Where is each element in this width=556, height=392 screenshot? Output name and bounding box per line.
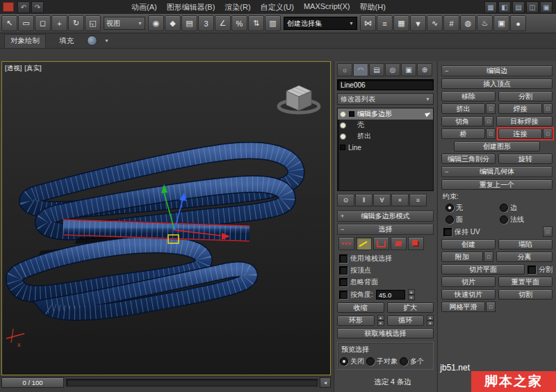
collapse-button[interactable]: 塌陷 <box>498 239 553 250</box>
rendered-frame-icon[interactable]: ▣ <box>493 15 509 31</box>
align-icon[interactable]: ≡ <box>377 15 393 31</box>
preserve-uv-settings-icon[interactable]: □ <box>543 227 553 237</box>
create-shape-button[interactable]: 创建图形 <box>454 141 540 152</box>
display-tab-icon[interactable]: ▣ <box>401 63 416 76</box>
viewport-canvas[interactable]: x <box>2 62 330 375</box>
viewport-pov-label[interactable]: [透视] <box>5 64 22 73</box>
turn-button[interactable]: 旋转 <box>498 154 553 164</box>
use-pivot-center-icon[interactable]: ◉ <box>148 15 164 31</box>
slice-button[interactable]: 切片 <box>441 277 496 287</box>
extrude-button[interactable]: 挤出 <box>441 104 485 114</box>
loop-button[interactable]: 循环 <box>387 316 425 326</box>
element-subobject-icon[interactable] <box>408 237 424 250</box>
modify-tab-icon[interactable]: ◠ <box>353 63 368 76</box>
stack-item-shell[interactable]: 壳 <box>338 120 433 131</box>
schematic-view-icon[interactable]: # <box>443 15 459 31</box>
modifier-list-dropdown[interactable]: 修改器列表 ▼ <box>337 93 434 105</box>
chamfer-settings-icon[interactable]: □ <box>484 116 493 126</box>
visibility-bulb-icon[interactable] <box>340 133 346 140</box>
stack-item-extrude[interactable]: 挤出 <box>338 131 433 142</box>
window-crossing-icon[interactable]: ◻ <box>35 15 51 31</box>
angle-value-field[interactable]: 45.0 <box>376 290 405 300</box>
extrude-settings-icon[interactable]: □ <box>486 104 496 114</box>
vertex-subobject-icon[interactable] <box>338 237 354 250</box>
constraint-normal-radio[interactable] <box>500 215 508 224</box>
time-slider-handle[interactable]: 0 / 100 <box>1 377 64 388</box>
previous-frame-icon[interactable]: ◄ <box>320 377 331 388</box>
get-stack-selection-button[interactable]: 获取堆栈选择 <box>337 328 434 338</box>
constraint-none-radio[interactable] <box>445 204 454 212</box>
detach-button[interactable]: 分离 <box>496 252 553 262</box>
select-scale-icon[interactable]: ◱ <box>85 15 101 31</box>
community-icon[interactable]: ▣ <box>540 1 553 13</box>
shrink-button[interactable]: 收缩 <box>337 302 384 313</box>
connect-settings-icon[interactable]: □ <box>543 129 553 139</box>
object-name-field[interactable]: Line006 <box>337 79 434 90</box>
motion-tab-icon[interactable]: ◎ <box>385 63 400 76</box>
menu-rendering[interactable]: 渲染(R) <box>220 1 255 14</box>
attach-button[interactable]: 附加 <box>441 252 483 262</box>
mirror-icon[interactable]: ⋈ <box>360 15 376 31</box>
insert-vertex-button[interactable]: 插入顶点 <box>441 79 553 89</box>
preserve-uv-checkbox[interactable] <box>443 228 452 236</box>
stack-item-edit-poly[interactable]: 编辑多边形 <box>338 108 433 120</box>
cut-button[interactable]: 切割 <box>498 289 553 300</box>
quickslice-button[interactable]: 快速切片 <box>441 289 496 300</box>
remove-button[interactable]: 移除 <box>441 91 496 101</box>
attach-settings-icon[interactable]: □ <box>484 252 493 262</box>
spinner-snap-icon[interactable]: ⇅ <box>248 15 264 31</box>
make-unique-icon[interactable]: ∀ <box>373 194 391 206</box>
edit-named-selections-icon[interactable]: ▥ <box>265 15 281 31</box>
tab-populate[interactable]: 填充 <box>53 34 80 48</box>
viewport-shading-label[interactable]: [真实] <box>24 64 41 73</box>
ref-coord-dropdown[interactable]: 视图 ▼ <box>104 17 145 30</box>
layer-manager-icon[interactable]: ▦ <box>393 15 409 31</box>
use-stack-selection-checkbox[interactable] <box>339 254 348 263</box>
preview-off-radio[interactable] <box>340 357 348 366</box>
menu-animation[interactable]: 动画(A) <box>126 1 162 14</box>
app-icon[interactable] <box>3 2 14 12</box>
constraint-face-radio[interactable] <box>445 215 454 224</box>
weld-settings-icon[interactable]: □ <box>543 104 553 114</box>
by-vertex-checkbox[interactable] <box>339 266 348 275</box>
border-subobject-icon[interactable] <box>373 237 389 250</box>
menu-maxscript[interactable]: MAXScript(X) <box>299 1 355 14</box>
target-weld-button[interactable]: 目标焊接 <box>496 116 553 126</box>
angle-spinner[interactable]: ▲▼ <box>408 289 415 300</box>
rollout-edit-edges[interactable]: − 编辑边 <box>441 65 553 76</box>
perspective-viewport[interactable]: [透视] [真实] <box>1 61 331 375</box>
tab-object-paint[interactable]: 对象绘制 <box>4 34 46 48</box>
edge-subobject-icon[interactable] <box>356 237 372 250</box>
grow-button[interactable]: 扩大 <box>387 302 434 313</box>
percent-snap-icon[interactable]: % <box>231 15 247 31</box>
bridge-button[interactable]: 桥 <box>441 129 485 139</box>
select-move-icon[interactable]: + <box>51 15 67 31</box>
curve-editor-icon[interactable]: ∿ <box>427 15 443 31</box>
polygon-subobject-icon[interactable] <box>391 237 407 250</box>
preview-multiple-radio[interactable] <box>400 357 408 366</box>
reset-plane-button[interactable]: 重置平面 <box>498 277 553 287</box>
msmooth-settings-icon[interactable]: □ <box>486 302 496 312</box>
menu-graph-editors[interactable]: 图形编辑器(B) <box>162 1 220 14</box>
visibility-bulb-icon[interactable] <box>340 122 346 129</box>
weld-button[interactable]: 焊接 <box>498 104 542 114</box>
split-button[interactable]: 分割 <box>498 91 553 101</box>
snap-toggle-3d-icon[interactable]: 3 <box>198 15 214 31</box>
layout-icon[interactable]: ◧ <box>498 1 511 13</box>
chamfer-button[interactable]: 切角 <box>441 116 483 126</box>
render-production-icon[interactable]: ● <box>510 15 526 31</box>
utilities-tab-icon[interactable]: ⊕ <box>417 63 432 76</box>
named-selection-set-dropdown[interactable]: 创建选择集 ▼ <box>284 17 357 30</box>
redo-icon[interactable]: ↷ <box>31 1 44 13</box>
by-angle-checkbox[interactable] <box>339 291 348 299</box>
ribbon-config-icon[interactable] <box>87 35 97 46</box>
ribbon-toggle-icon[interactable]: ▼ <box>410 15 426 31</box>
rollout-edit-poly-mode[interactable]: + 编辑多边形模式 <box>337 211 434 222</box>
preview-subobject-radio[interactable] <box>366 357 375 366</box>
menu-help[interactable]: 帮助(H) <box>355 1 391 14</box>
create-button[interactable]: 创建 <box>441 239 496 250</box>
edit-triangulation-button[interactable]: 编辑三角剖分 <box>441 154 496 164</box>
ribbon-collapse-icon[interactable]: ▼ <box>104 38 109 43</box>
visibility-bulb-icon[interactable] <box>340 111 346 117</box>
msmooth-button[interactable]: 网格平滑 <box>441 302 485 312</box>
